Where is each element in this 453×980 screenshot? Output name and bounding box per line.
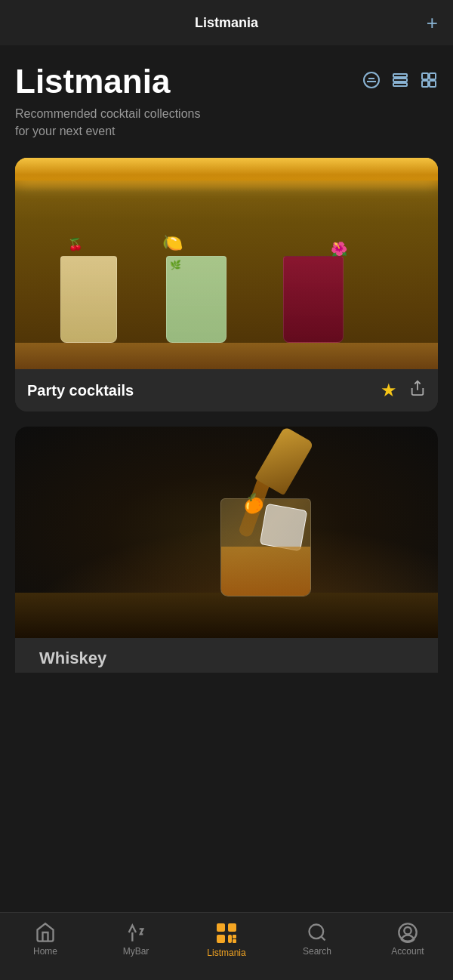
nav-item-mybar[interactable]: MyBar: [106, 922, 166, 957]
top-bar-title: Listmania: [195, 15, 258, 31]
svg-rect-11: [217, 923, 225, 932]
svg-rect-3: [393, 74, 407, 77]
nav-item-listmania[interactable]: Listmania: [196, 922, 257, 958]
nav-label-mybar: MyBar: [123, 946, 149, 957]
add-button[interactable]: +: [427, 13, 438, 32]
svg-rect-7: [430, 73, 436, 79]
svg-point-19: [404, 927, 411, 934]
party-cocktails-card[interactable]: 🍒 🍋 🌿 🌺 P: [15, 158, 438, 411]
list-view-icon[interactable]: [391, 71, 409, 94]
share-button[interactable]: [409, 380, 426, 401]
party-cocktails-title: Party cocktails: [27, 382, 134, 399]
svg-point-0: [364, 72, 379, 88]
grid-view-icon[interactable]: [420, 71, 438, 94]
svg-rect-4: [393, 79, 407, 82]
nav-item-account[interactable]: Account: [378, 922, 438, 957]
view-controls: [362, 71, 438, 94]
party-cocktails-actions: ★: [381, 380, 426, 401]
nav-label-home: Home: [33, 946, 57, 957]
nav-label-search: Search: [303, 946, 331, 957]
svg-rect-14: [228, 935, 232, 943]
svg-point-17: [310, 925, 324, 939]
nav-item-home[interactable]: Home: [15, 922, 76, 957]
svg-rect-16: [233, 939, 236, 943]
filter-icon[interactable]: [362, 71, 381, 94]
page-title: Listmania: [15, 63, 170, 100]
party-cocktails-footer: Party cocktails ★: [15, 369, 438, 411]
nav-label-listmania: Listmania: [207, 948, 245, 958]
svg-rect-5: [393, 83, 407, 86]
bottom-navigation: Home MyBar Listmania Search: [0, 912, 453, 980]
whiskey-title-area: Whiskey: [15, 638, 438, 673]
whiskey-title: Whiskey: [27, 638, 119, 672]
svg-rect-9: [430, 81, 436, 87]
nav-item-search[interactable]: Search: [287, 922, 347, 957]
svg-rect-15: [233, 935, 236, 938]
svg-rect-13: [217, 935, 225, 943]
favorite-button[interactable]: ★: [381, 380, 397, 401]
svg-rect-12: [228, 923, 236, 932]
whiskey-card[interactable]: 🍊 Whiskey: [15, 427, 438, 673]
svg-rect-8: [422, 81, 428, 87]
main-content: Listmania: [0, 45, 453, 673]
header-section: Listmania: [15, 63, 438, 100]
top-navigation-bar: Listmania +: [0, 0, 453, 45]
page-subtitle: Recommended cocktail collectionsfor your…: [15, 106, 438, 140]
party-cocktails-image: 🍒 🍋 🌿 🌺: [15, 158, 438, 369]
svg-rect-6: [422, 73, 428, 79]
whiskey-image: 🍊: [15, 427, 438, 638]
nav-label-account: Account: [391, 946, 424, 957]
